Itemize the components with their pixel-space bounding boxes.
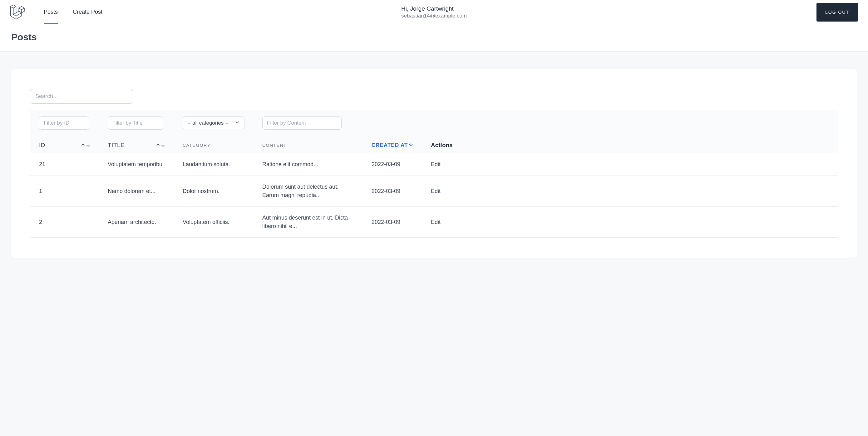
card: -- all categories -- ID [11, 69, 857, 258]
filter-row: -- all categories -- [30, 110, 838, 136]
column-category-label: CATEGORY [183, 143, 211, 148]
cell-content: Dolorum sunt aut delectus aut. Earum mag… [253, 183, 363, 199]
logout-button[interactable]: LOG OUT [816, 3, 858, 22]
page-title-bar: Posts [0, 24, 868, 52]
column-title[interactable]: TITLE [99, 142, 174, 149]
column-content-label: CONTENT [262, 143, 287, 148]
table-row: 1 Nemo dolorem et... Dolor nostrum. Dolo… [30, 176, 838, 207]
cell-content: Ratione elit commod... [253, 160, 363, 169]
cell-actions: Edit [422, 218, 460, 226]
cell-created-at: 2022-03-09 [363, 187, 422, 195]
table: -- all categories -- ID [30, 110, 838, 238]
filter-created-cell [350, 117, 410, 130]
user-email: sebastian14@example.com [401, 13, 467, 19]
cell-id: 2 [30, 218, 99, 226]
cell-created-at: 2022-03-09 [363, 218, 422, 226]
cell-category: Laudantium soluta. [174, 160, 253, 169]
column-actions: Actions [422, 142, 460, 149]
cell-id: 1 [30, 187, 99, 195]
user-info: Hi, Jorge Cartwright sebastian14@example… [401, 5, 467, 19]
sort-desc-icon [408, 142, 413, 149]
nav-posts[interactable]: Posts [44, 0, 58, 24]
nav-posts-label: Posts [44, 9, 58, 15]
header: Posts Create Post Hi, Jorge Cartwright s… [0, 0, 868, 24]
column-id-label: ID [39, 142, 45, 149]
header-row: ID TITLE CATEGORY CO [30, 136, 838, 153]
filter-id-cell [30, 117, 99, 130]
cell-actions: Edit [422, 160, 460, 169]
cell-category: Dolor nostrum. [174, 187, 253, 195]
nav: Posts Create Post [44, 0, 102, 24]
filter-title-input[interactable] [108, 117, 163, 130]
edit-button[interactable]: Edit [431, 188, 440, 194]
nav-create-post[interactable]: Create Post [73, 0, 102, 24]
filter-id-input[interactable] [39, 117, 89, 130]
cell-title: Aperiam architecto. [99, 218, 174, 226]
column-created-at[interactable]: CREATED AT [363, 142, 422, 149]
cell-title: Voluptatem temporibu [99, 160, 174, 169]
edit-button[interactable]: Edit [431, 161, 440, 167]
user-greeting: Hi, Jorge Cartwright [401, 5, 467, 12]
filter-title-cell [99, 117, 174, 130]
page-title: Posts [11, 32, 857, 42]
column-content: CONTENT [253, 142, 363, 149]
column-id[interactable]: ID [30, 142, 99, 149]
table-row: 21 Voluptatem temporibu Laudantium solut… [30, 153, 838, 176]
filter-content-input[interactable] [262, 117, 342, 130]
content: -- all categories -- ID [0, 52, 868, 276]
cell-category: Voluptatem officiis. [174, 218, 253, 226]
filter-actions-cell [410, 117, 435, 130]
search-input[interactable] [30, 89, 133, 104]
logo[interactable] [10, 5, 25, 20]
filter-category-select[interactable]: -- all categories -- [183, 117, 245, 129]
filter-content-cell [253, 117, 350, 130]
column-created-label: CREATED AT [372, 142, 408, 148]
column-actions-label: Actions [431, 142, 453, 149]
column-title-label: TITLE [108, 142, 125, 149]
cell-created-at: 2022-03-09 [363, 160, 422, 169]
table-row: 2 Aperiam architecto. Voluptatem officii… [30, 207, 838, 238]
nav-create-label: Create Post [73, 9, 102, 15]
laravel-logo-icon [10, 5, 25, 20]
cell-id: 21 [30, 160, 99, 169]
column-category: CATEGORY [174, 142, 253, 149]
sort-icon [156, 143, 165, 148]
filter-category-cell: -- all categories -- [174, 117, 253, 130]
cell-actions: Edit [422, 187, 460, 195]
cell-title: Nemo dolorem et... [99, 187, 174, 195]
sort-icon [81, 143, 90, 148]
edit-button[interactable]: Edit [431, 219, 440, 225]
cell-content: Aut minus deserunt est in ut. Dicta libe… [253, 214, 363, 230]
